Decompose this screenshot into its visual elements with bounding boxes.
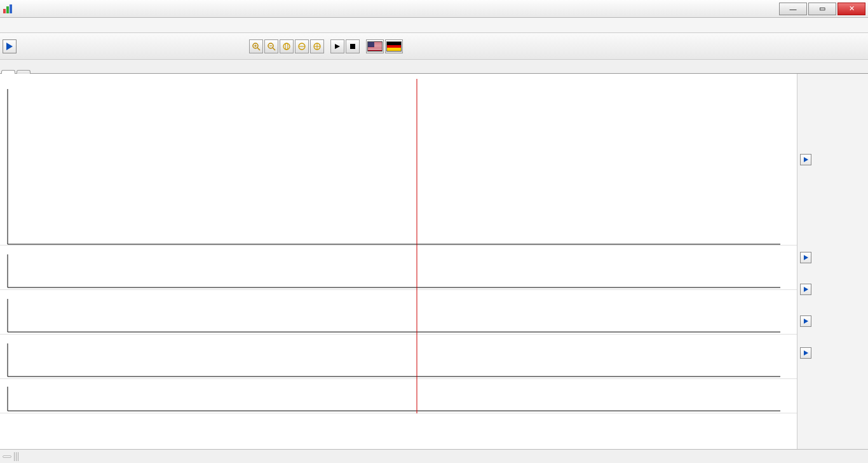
menu-sprache[interactable]: [52, 18, 65, 32]
flag-de-icon: [386, 41, 402, 52]
lane-rposantrieb: [0, 79, 797, 245]
trace-play-1[interactable]: [800, 252, 811, 263]
wert-block-4: [800, 346, 865, 359]
trace-play-2[interactable]: [800, 284, 811, 295]
wert-block-2: [800, 282, 865, 295]
run-button[interactable]: [3, 39, 17, 53]
tool-globe-3[interactable]: [310, 39, 324, 53]
app-icon: [3, 4, 13, 14]
status-protokoll: [3, 455, 11, 458]
maximize-button[interactable]: ▭: [808, 3, 836, 15]
trace-play-0[interactable]: [800, 154, 811, 165]
tool-globe-2[interactable]: [295, 39, 309, 53]
svg-point-10: [283, 43, 290, 50]
trace-play-4[interactable]: [800, 347, 811, 359]
menu-info[interactable]: [39, 18, 52, 32]
svg-line-8: [273, 48, 275, 50]
wert-block-0: [800, 153, 865, 165]
wert-block-3: [800, 314, 865, 327]
side-title: [800, 76, 865, 83]
tab-graph-view[interactable]: [1, 70, 15, 74]
menu-trace[interactable]: [27, 18, 39, 32]
svg-rect-0: [3, 9, 6, 13]
side-panel: [797, 74, 868, 449]
flag-us-icon: [367, 41, 383, 52]
lane-xnockerechts: [0, 290, 797, 335]
statusbar: [0, 449, 868, 463]
svg-marker-17: [335, 44, 340, 49]
tabbar: [0, 60, 868, 74]
svg-rect-2: [10, 4, 12, 13]
lane-xnockelinks: [0, 245, 797, 290]
svg-rect-1: [6, 6, 9, 13]
zoom-in-button[interactable]: [249, 39, 263, 53]
lane-xtriggerrechts: [0, 379, 797, 413]
wert-block-1: [800, 251, 865, 263]
zoom-out-button[interactable]: [264, 39, 278, 53]
chart-area[interactable]: [0, 74, 797, 449]
menubar: [0, 18, 868, 33]
close-button[interactable]: ✕: [837, 3, 865, 15]
minimize-button[interactable]: —: [779, 3, 807, 15]
lang-us-button[interactable]: [366, 39, 384, 53]
lane-xtriggerlinks: [0, 335, 797, 379]
svg-line-4: [257, 48, 260, 50]
svg-rect-18: [350, 44, 355, 49]
menu-protokollauswahl[interactable]: [1, 18, 14, 32]
lang-de-button[interactable]: [385, 39, 403, 53]
tool-globe-1[interactable]: [280, 39, 294, 53]
time-info: [0, 74, 797, 79]
titlebar: — ▭ ✕: [0, 0, 868, 18]
menu-aufzeichnung[interactable]: [14, 18, 27, 32]
trace-play-3[interactable]: [800, 315, 811, 327]
play-button[interactable]: [330, 39, 344, 53]
toolbar: [0, 33, 868, 60]
stop-button[interactable]: [346, 39, 360, 53]
svg-point-11: [285, 43, 288, 50]
grip-icon: [14, 452, 19, 461]
